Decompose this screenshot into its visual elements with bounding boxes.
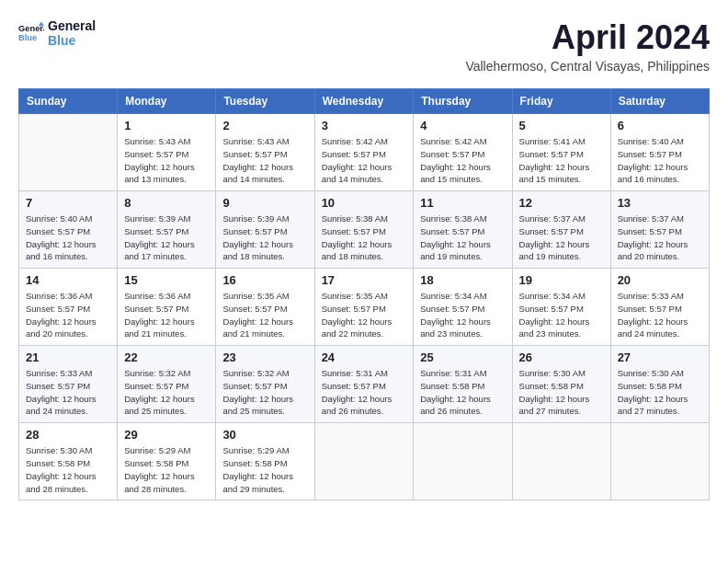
day-info: Sunrise: 5:36 AM Sunset: 5:57 PM Dayligh… [26, 290, 110, 340]
day-info: Sunrise: 5:41 AM Sunset: 5:57 PM Dayligh… [519, 135, 604, 186]
calendar-cell: 22Sunrise: 5:32 AM Sunset: 5:57 PM Dayli… [118, 346, 216, 423]
calendar-cell: 6Sunrise: 5:40 AM Sunset: 5:57 PM Daylig… [610, 114, 709, 191]
day-number: 4 [420, 119, 505, 132]
day-number: 6 [618, 119, 702, 132]
calendar-cell: 24Sunrise: 5:31 AM Sunset: 5:57 PM Dayli… [314, 346, 414, 423]
day-info: Sunrise: 5:37 AM Sunset: 5:57 PM Dayligh… [519, 213, 604, 263]
calendar-cell [314, 423, 414, 500]
day-info: Sunrise: 5:34 AM Sunset: 5:57 PM Dayligh… [519, 290, 604, 340]
logo-text-blue: Blue [48, 33, 96, 48]
logo: General Blue General Blue [18, 18, 96, 48]
calendar-table: SundayMondayTuesdayWednesdayThursdayFrid… [18, 88, 710, 500]
day-number: 29 [124, 428, 209, 442]
day-number: 22 [124, 350, 209, 364]
day-number: 30 [222, 428, 307, 442]
day-of-week-header: Tuesday [216, 89, 314, 114]
day-number: 9 [222, 196, 307, 210]
day-info: Sunrise: 5:36 AM Sunset: 5:57 PM Dayligh… [124, 290, 209, 340]
calendar-cell: 9Sunrise: 5:39 AM Sunset: 5:57 PM Daylig… [216, 191, 314, 269]
day-number: 11 [420, 196, 505, 210]
day-info: Sunrise: 5:37 AM Sunset: 5:57 PM Dayligh… [618, 213, 702, 263]
calendar-week-row: 14Sunrise: 5:36 AM Sunset: 5:57 PM Dayli… [19, 269, 710, 346]
calendar-cell: 21Sunrise: 5:33 AM Sunset: 5:57 PM Dayli… [19, 346, 118, 423]
day-number: 8 [124, 196, 209, 210]
day-info: Sunrise: 5:35 AM Sunset: 5:57 PM Dayligh… [222, 290, 307, 340]
calendar-cell: 26Sunrise: 5:30 AM Sunset: 5:58 PM Dayli… [512, 346, 610, 423]
day-number: 14 [26, 273, 110, 287]
day-of-week-header: Thursday [414, 89, 512, 114]
day-number: 20 [618, 273, 702, 287]
day-number: 17 [322, 273, 407, 287]
calendar-cell: 16Sunrise: 5:35 AM Sunset: 5:57 PM Dayli… [216, 269, 314, 346]
day-info: Sunrise: 5:31 AM Sunset: 5:57 PM Dayligh… [322, 367, 407, 418]
calendar-cell: 11Sunrise: 5:38 AM Sunset: 5:57 PM Dayli… [414, 191, 512, 269]
calendar-cell: 5Sunrise: 5:41 AM Sunset: 5:57 PM Daylig… [512, 114, 610, 191]
calendar-cell: 2Sunrise: 5:43 AM Sunset: 5:57 PM Daylig… [216, 114, 314, 191]
calendar-week-row: 28Sunrise: 5:30 AM Sunset: 5:58 PM Dayli… [19, 423, 710, 500]
day-number: 26 [519, 350, 604, 364]
page-header: General Blue General Blue April 2024 Val… [18, 18, 710, 74]
calendar-cell: 19Sunrise: 5:34 AM Sunset: 5:57 PM Dayli… [512, 269, 610, 346]
day-info: Sunrise: 5:30 AM Sunset: 5:58 PM Dayligh… [618, 367, 702, 418]
day-info: Sunrise: 5:42 AM Sunset: 5:57 PM Dayligh… [420, 135, 505, 186]
calendar-cell: 23Sunrise: 5:32 AM Sunset: 5:57 PM Dayli… [216, 346, 314, 423]
day-info: Sunrise: 5:34 AM Sunset: 5:57 PM Dayligh… [420, 290, 505, 340]
day-of-week-header: Sunday [19, 89, 118, 114]
svg-text:Blue: Blue [18, 33, 37, 42]
calendar-cell: 12Sunrise: 5:37 AM Sunset: 5:57 PM Dayli… [512, 191, 610, 269]
day-info: Sunrise: 5:42 AM Sunset: 5:57 PM Dayligh… [322, 135, 407, 186]
calendar-cell: 8Sunrise: 5:39 AM Sunset: 5:57 PM Daylig… [118, 191, 216, 269]
day-info: Sunrise: 5:43 AM Sunset: 5:57 PM Dayligh… [222, 135, 307, 186]
calendar-cell: 20Sunrise: 5:33 AM Sunset: 5:57 PM Dayli… [610, 269, 709, 346]
calendar-cell [414, 423, 512, 500]
day-number: 5 [519, 119, 604, 132]
day-of-week-header: Saturday [610, 89, 709, 114]
day-number: 28 [26, 428, 110, 442]
day-number: 27 [618, 350, 702, 364]
calendar-cell [512, 423, 610, 500]
day-number: 15 [124, 273, 209, 287]
day-number: 13 [618, 196, 702, 210]
calendar-cell: 7Sunrise: 5:40 AM Sunset: 5:57 PM Daylig… [19, 191, 118, 269]
calendar-cell: 3Sunrise: 5:42 AM Sunset: 5:57 PM Daylig… [314, 114, 414, 191]
calendar-week-row: 1Sunrise: 5:43 AM Sunset: 5:57 PM Daylig… [19, 114, 710, 191]
logo-icon: General Blue [18, 20, 44, 46]
day-of-week-header: Friday [512, 89, 610, 114]
day-number: 25 [420, 350, 505, 364]
calendar-cell [610, 423, 709, 500]
day-number: 1 [124, 119, 209, 132]
calendar-cell: 29Sunrise: 5:29 AM Sunset: 5:58 PM Dayli… [118, 423, 216, 500]
calendar-title: April 2024 [465, 18, 710, 57]
calendar-cell: 4Sunrise: 5:42 AM Sunset: 5:57 PM Daylig… [414, 114, 512, 191]
day-info: Sunrise: 5:35 AM Sunset: 5:57 PM Dayligh… [322, 290, 407, 340]
day-number: 2 [222, 119, 307, 132]
calendar-week-row: 21Sunrise: 5:33 AM Sunset: 5:57 PM Dayli… [19, 346, 710, 423]
calendar-cell: 13Sunrise: 5:37 AM Sunset: 5:57 PM Dayli… [610, 191, 709, 269]
calendar-cell: 17Sunrise: 5:35 AM Sunset: 5:57 PM Dayli… [314, 269, 414, 346]
logo-text-general: General [48, 18, 96, 33]
day-info: Sunrise: 5:33 AM Sunset: 5:57 PM Dayligh… [618, 290, 702, 340]
day-number: 24 [322, 350, 407, 364]
title-section: April 2024 Vallehermoso, Central Visayas… [465, 18, 710, 74]
calendar-week-row: 7Sunrise: 5:40 AM Sunset: 5:57 PM Daylig… [19, 191, 710, 269]
day-number: 23 [222, 350, 307, 364]
day-info: Sunrise: 5:31 AM Sunset: 5:58 PM Dayligh… [420, 367, 505, 418]
day-info: Sunrise: 5:29 AM Sunset: 5:58 PM Dayligh… [222, 444, 307, 495]
day-info: Sunrise: 5:38 AM Sunset: 5:57 PM Dayligh… [322, 213, 407, 263]
calendar-cell: 10Sunrise: 5:38 AM Sunset: 5:57 PM Dayli… [314, 191, 414, 269]
calendar-cell: 28Sunrise: 5:30 AM Sunset: 5:58 PM Dayli… [19, 423, 118, 500]
day-info: Sunrise: 5:30 AM Sunset: 5:58 PM Dayligh… [26, 444, 110, 495]
day-of-week-header: Monday [118, 89, 216, 114]
calendar-cell: 18Sunrise: 5:34 AM Sunset: 5:57 PM Dayli… [414, 269, 512, 346]
day-info: Sunrise: 5:40 AM Sunset: 5:57 PM Dayligh… [618, 135, 702, 186]
day-number: 7 [26, 196, 110, 210]
calendar-cell: 25Sunrise: 5:31 AM Sunset: 5:58 PM Dayli… [414, 346, 512, 423]
calendar-cell: 27Sunrise: 5:30 AM Sunset: 5:58 PM Dayli… [610, 346, 709, 423]
calendar-subtitle: Vallehermoso, Central Visayas, Philippin… [465, 59, 710, 74]
day-number: 16 [222, 273, 307, 287]
calendar-cell: 30Sunrise: 5:29 AM Sunset: 5:58 PM Dayli… [216, 423, 314, 500]
day-info: Sunrise: 5:38 AM Sunset: 5:57 PM Dayligh… [420, 213, 505, 263]
day-number: 19 [519, 273, 604, 287]
day-info: Sunrise: 5:39 AM Sunset: 5:57 PM Dayligh… [124, 213, 209, 263]
calendar-cell: 15Sunrise: 5:36 AM Sunset: 5:57 PM Dayli… [118, 269, 216, 346]
